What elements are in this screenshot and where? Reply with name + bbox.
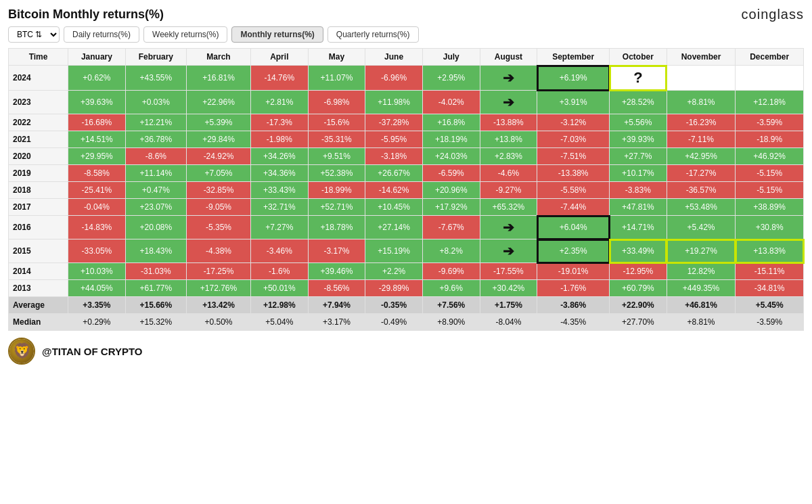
average-row: Average+3.35%+15.66%+13.42%+12.98%+7.94%… xyxy=(9,297,804,314)
year-cell: 2021 xyxy=(9,131,68,148)
median-cell: +27.70% xyxy=(610,314,667,331)
table-row: 2018-25.41%+0.47%-32.85%+33.43%-18.99%-1… xyxy=(9,182,804,199)
data-cell: -3.59% xyxy=(736,114,804,131)
average-cell: -0.35% xyxy=(365,297,423,314)
data-cell: +5.56% xyxy=(610,114,667,131)
year-cell: 2018 xyxy=(9,182,68,199)
data-cell: -31.03% xyxy=(125,263,186,280)
data-cell: -3.83% xyxy=(610,182,667,199)
median-cell: +0.29% xyxy=(68,314,126,331)
data-cell: -8.58% xyxy=(68,165,126,182)
tab-weekly-returns[interactable]: Weekly returns(%) xyxy=(143,26,227,43)
data-cell: -37.28% xyxy=(365,114,423,131)
data-cell: +172.76% xyxy=(187,280,251,297)
data-cell: ➔ xyxy=(480,216,537,239)
data-cell: +60.79% xyxy=(610,280,667,297)
data-cell: +19.27% xyxy=(667,239,736,263)
data-cell: +10.03% xyxy=(68,263,126,280)
data-cell xyxy=(667,66,736,91)
data-cell: -6.98% xyxy=(308,91,365,114)
table-row: 2020+29.95%-8.6%-24.92%+34.26%+9.51%-3.1… xyxy=(9,148,804,165)
data-cell: -8.6% xyxy=(125,148,186,165)
data-cell: -17.27% xyxy=(667,165,736,182)
data-cell: +44.05% xyxy=(68,280,126,297)
data-cell: +23.07% xyxy=(125,199,186,216)
data-cell: +13.83% xyxy=(736,239,804,263)
data-cell: -17.55% xyxy=(480,263,537,280)
data-cell: +12.18% xyxy=(736,91,804,114)
median-cell: -3.59% xyxy=(736,314,804,331)
table-row: 2021+14.51%+36.78%+29.84%-1.98%-35.31%-5… xyxy=(9,131,804,148)
data-cell: +2.83% xyxy=(480,148,537,165)
median-cell: -4.35% xyxy=(537,314,610,331)
data-cell: -7.51% xyxy=(537,148,610,165)
footer: 🦁 @TITAN OF CRYPTO xyxy=(8,338,804,365)
data-cell: +18.43% xyxy=(125,239,186,263)
col-header-oct: October xyxy=(610,49,667,66)
data-cell: +20.08% xyxy=(125,216,186,239)
year-cell: 2024 xyxy=(9,66,68,91)
data-cell: +6.04% xyxy=(537,216,610,239)
data-cell: -4.38% xyxy=(187,239,251,263)
col-header-time: Time xyxy=(9,49,68,66)
average-cell: +12.98% xyxy=(250,297,308,314)
data-cell: -5.15% xyxy=(736,182,804,199)
data-cell: +2.81% xyxy=(250,91,308,114)
year-cell: 2023 xyxy=(9,91,68,114)
data-cell: +53.48% xyxy=(667,199,736,216)
username-label: @TITAN OF CRYPTO xyxy=(42,346,143,357)
data-cell xyxy=(736,66,804,91)
data-cell: -9.27% xyxy=(480,182,537,199)
data-cell: -7.03% xyxy=(537,131,610,148)
data-cell: +2.35% xyxy=(537,239,610,263)
median-cell: +3.17% xyxy=(308,314,365,331)
data-cell: +33.43% xyxy=(250,182,308,199)
median-cell: +8.90% xyxy=(422,314,480,331)
col-header-dec: December xyxy=(736,49,804,66)
data-cell: -24.92% xyxy=(187,148,251,165)
data-cell: +2.2% xyxy=(365,263,423,280)
median-cell: +0.50% xyxy=(187,314,251,331)
data-cell: +29.95% xyxy=(68,148,126,165)
data-cell: +50.01% xyxy=(250,280,308,297)
data-cell: +32.71% xyxy=(250,199,308,216)
median-row: Median+0.29%+15.32%+0.50%+5.04%+3.17%-0.… xyxy=(9,314,804,331)
data-cell: -7.44% xyxy=(537,199,610,216)
data-cell: +9.6% xyxy=(422,280,480,297)
data-cell: -0.04% xyxy=(68,199,126,216)
data-cell: +30.42% xyxy=(480,280,537,297)
arrow-icon: ➔ xyxy=(503,219,514,235)
data-cell: +12.21% xyxy=(125,114,186,131)
data-cell: +16.8% xyxy=(422,114,480,131)
data-cell: -36.57% xyxy=(667,182,736,199)
data-cell: +46.92% xyxy=(736,148,804,165)
data-cell: +33.49% xyxy=(610,239,667,263)
data-cell: +13.8% xyxy=(480,131,537,148)
arrow-icon: ➔ xyxy=(503,94,514,110)
data-cell: +30.8% xyxy=(736,216,804,239)
tab-quarterly-returns[interactable]: Quarterly returns(%) xyxy=(328,26,419,43)
data-cell: +22.96% xyxy=(187,91,251,114)
average-cell: +46.81% xyxy=(667,297,736,314)
table-row: 2023+39.63%+0.03%+22.96%+2.81%-6.98%+11.… xyxy=(9,91,804,114)
data-cell: +16.81% xyxy=(187,66,251,91)
median-cell: -8.04% xyxy=(480,314,537,331)
asset-select[interactable]: BTC ⇅ xyxy=(8,26,60,43)
data-cell: +27.14% xyxy=(365,216,423,239)
tab-monthly-returns[interactable]: Monthly returns(%) xyxy=(231,26,323,43)
tab-daily-returns[interactable]: Daily returns(%) xyxy=(64,26,139,43)
data-cell: -12.95% xyxy=(610,263,667,280)
median-cell: -0.49% xyxy=(365,314,423,331)
data-cell: +17.92% xyxy=(422,199,480,216)
data-cell: -35.31% xyxy=(308,131,365,148)
average-cell: +15.66% xyxy=(125,297,186,314)
data-cell: +24.03% xyxy=(422,148,480,165)
data-cell: +26.67% xyxy=(365,165,423,182)
data-cell: +52.38% xyxy=(308,165,365,182)
data-cell: +5.42% xyxy=(667,216,736,239)
data-cell: -3.46% xyxy=(250,239,308,263)
year-cell: 2017 xyxy=(9,199,68,216)
arrow-icon: ➔ xyxy=(503,243,514,259)
data-cell: -14.83% xyxy=(68,216,126,239)
data-cell: -1.76% xyxy=(537,280,610,297)
